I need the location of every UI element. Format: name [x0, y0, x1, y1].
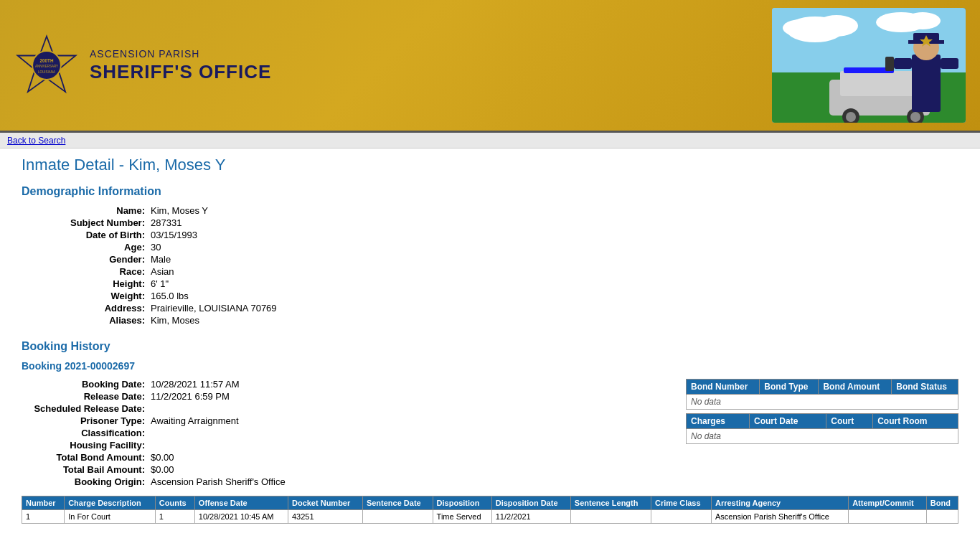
charges-mini-table: Charges Court Date Court Court Room No d… [686, 413, 958, 444]
cell-sentence-date [362, 510, 433, 524]
svg-text:200TH: 200TH [40, 58, 54, 63]
info-row-release-date: Release Date: 11/2/2021 6:59 PM [22, 391, 672, 402]
value-weight: 165.0 lbs [151, 291, 189, 301]
label-age: Age: [22, 242, 151, 253]
info-row-name: Name: Kim, Moses Y [22, 205, 958, 216]
info-row-prisoner-type: Prisoner Type: Awaiting Arraignment [22, 415, 672, 426]
svg-rect-24 [894, 58, 912, 69]
info-row-weight: Weight: 165.0 lbs [22, 291, 958, 301]
cell-docket: 43251 [288, 510, 362, 524]
cell-counts: 1 [155, 510, 194, 524]
label-release-date: Release Date: [22, 391, 151, 402]
charges-header-court: Court [826, 414, 873, 429]
cell-number: 1 [22, 510, 65, 524]
col-attempt-commit: Attempt/Commit [849, 496, 927, 510]
value-race: Asian [151, 266, 174, 277]
value-booking-date: 10/28/2021 11:57 AM [151, 379, 240, 390]
cell-charge-desc: In For Court [65, 510, 156, 524]
label-height: Height: [22, 278, 151, 289]
value-prisoner-type: Awaiting Arraignment [151, 415, 239, 426]
svg-point-15 [846, 112, 856, 122]
label-total-bail: Total Bail Amount: [22, 464, 151, 475]
booking-section-title: Booking History [22, 340, 958, 353]
info-row-total-bail: Total Bail Amount: $0.00 [22, 464, 672, 475]
charges-header-court-room: Court Room [873, 414, 958, 429]
svg-text:ANNIVERSARY: ANNIVERSARY [35, 65, 58, 68]
label-sched-release: Scheduled Release Date: [22, 403, 151, 414]
col-docket: Docket Number [288, 496, 362, 510]
nav-bar: Back to Search [0, 133, 980, 149]
col-arresting-agency: Arresting Agency [711, 496, 848, 510]
value-dob: 03/15/1993 [151, 230, 197, 240]
bond-header-number: Bond Number [687, 380, 760, 395]
info-row-dob: Date of Birth: 03/15/1993 [22, 230, 958, 240]
svg-rect-26 [885, 57, 894, 71]
sheriff-badge-icon: 200TH ANNIVERSARY LOUISIANA [14, 33, 79, 98]
svg-rect-19 [912, 55, 941, 112]
booking-right-tables: Bond Number Bond Type Bond Amount Bond S… [686, 379, 958, 489]
col-disposition: Disposition [433, 496, 491, 510]
charges-header-court-date: Court Date [750, 414, 826, 429]
col-sentence-date: Sentence Date [362, 496, 433, 510]
info-row-gender: Gender: Male [22, 254, 958, 265]
value-height: 6' 1" [151, 278, 169, 289]
bond-no-data-row: No data [687, 395, 958, 410]
info-row-classification: Classification: [22, 428, 672, 438]
value-release-date: 11/2/2021 6:59 PM [151, 391, 230, 402]
header: 200TH ANNIVERSARY LOUISIANA ASCENSION PA… [0, 0, 980, 133]
bond-table: Bond Number Bond Type Bond Amount Bond S… [686, 379, 958, 410]
bond-header-amount: Bond Amount [819, 380, 892, 395]
value-address: Prairieville, LOUISIANA 70769 [151, 303, 277, 314]
demographic-section-title: Demographic Information [22, 185, 958, 198]
agency-line1: ASCENSION PARISH [90, 48, 199, 60]
charges-detail-table: Number Charge Description Counts Offense… [22, 496, 958, 524]
info-row-housing: Housing Facility: [22, 440, 672, 451]
bond-no-data: No data [687, 395, 958, 410]
label-name: Name: [22, 205, 151, 216]
label-classification: Classification: [22, 428, 151, 438]
info-row-height: Height: 6' 1" [22, 278, 958, 289]
cell-attempt-commit [849, 510, 927, 524]
col-number: Number [22, 496, 65, 510]
svg-point-17 [910, 112, 920, 122]
info-row-subject: Subject Number: 287331 [22, 217, 958, 228]
svg-point-7 [815, 15, 858, 37]
value-aliases: Kim, Moses [151, 315, 199, 326]
col-bond: Bond [926, 496, 958, 510]
back-to-search-link[interactable]: Back to Search [7, 136, 65, 146]
svg-point-8 [783, 19, 819, 37]
label-dob: Date of Birth: [22, 230, 151, 240]
demographic-table: Name: Kim, Moses Y Subject Number: 28733… [22, 205, 958, 326]
info-row-age: Age: 30 [22, 242, 958, 253]
page-title: Inmate Detail - Kim, Moses Y [22, 156, 958, 174]
booking-layout: Booking Date: 10/28/2021 11:57 AM Releas… [22, 379, 958, 489]
label-total-bond: Total Bond Amount: [22, 452, 151, 463]
main-content: Inmate Detail - Kim, Moses Y Demographic… [0, 149, 980, 538]
label-prisoner-type: Prisoner Type: [22, 415, 151, 426]
table-row: 1 In For Court 1 10/28/2021 10:45 AM 432… [22, 510, 958, 524]
info-row-address: Address: Prairieville, LOUISIANA 70769 [22, 303, 958, 314]
agency-line2: SHERIFF'S OFFICE [90, 61, 271, 83]
value-total-bail: $0.00 [151, 464, 174, 475]
charges-no-data-row: No data [687, 429, 958, 444]
svg-rect-25 [941, 58, 958, 69]
col-crime-class: Crime Class [651, 496, 711, 510]
value-gender: Male [151, 254, 171, 265]
cell-sentence-length [570, 510, 651, 524]
svg-text:LOUISIANA: LOUISIANA [38, 70, 55, 74]
charges-no-data: No data [687, 429, 958, 444]
label-housing: Housing Facility: [22, 440, 151, 451]
col-disposition-date: Disposition Date [491, 496, 570, 510]
svg-rect-13 [840, 71, 919, 96]
col-offense-date: Offense Date [194, 496, 288, 510]
cell-crime-class [651, 510, 711, 524]
label-gender: Gender: [22, 254, 151, 265]
cell-bond [926, 510, 958, 524]
info-row-booking-date: Booking Date: 10/28/2021 11:57 AM [22, 379, 672, 390]
cell-disposition: Time Served [433, 510, 491, 524]
label-subject: Subject Number: [22, 217, 151, 228]
cop-image-svg [772, 8, 966, 123]
label-address: Address: [22, 303, 151, 314]
cell-arresting-agency: Ascension Parish Sheriff's Office [711, 510, 848, 524]
bond-header-type: Bond Type [760, 380, 819, 395]
